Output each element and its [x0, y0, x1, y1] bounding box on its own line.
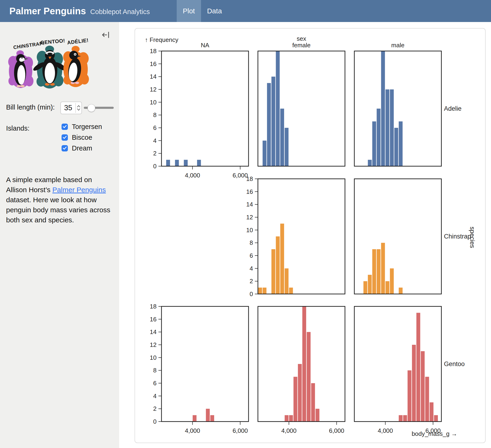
histogram-bar [390, 89, 394, 166]
histogram-bar [430, 402, 434, 421]
histogram-bar [280, 109, 284, 166]
y-tick-label: 14 [150, 73, 157, 80]
histogram-bar [307, 332, 311, 421]
histogram-bar [386, 89, 389, 166]
y-tick-label: 16 [150, 316, 157, 323]
y-tick-label: 0 [153, 418, 157, 425]
x-tick-label: 4,000 [281, 427, 296, 434]
histogram-bar [434, 415, 438, 421]
nav-tabs: Plot Data [177, 0, 228, 22]
bill-length-slider[interactable] [84, 101, 114, 114]
histogram-bar [368, 275, 372, 294]
bill-length-stepper[interactable] [75, 103, 81, 113]
facet-row-label: Gentoo [444, 361, 465, 367]
histogram-bar [399, 415, 403, 421]
histogram-bar [381, 51, 385, 166]
y-tick-label: 14 [246, 201, 253, 208]
histogram-bar [390, 268, 394, 294]
gentoo-penguin-illustration [32, 46, 68, 88]
y-tick-label: 18 [150, 48, 157, 55]
checkbox-row-dream[interactable]: Dream [62, 144, 92, 152]
histogram-bar [421, 351, 425, 421]
collapse-left-icon [102, 31, 110, 38]
histogram-bar [206, 409, 210, 421]
histogram-bar [289, 288, 293, 294]
tab-data[interactable]: Data [201, 0, 228, 22]
histogram-bar [377, 109, 380, 166]
facet-column-label: female [292, 42, 311, 49]
histogram-bar [210, 415, 214, 421]
plot-card: ↑ Frequencybody_mass_g →sexNAfemalemaleA… [135, 28, 486, 443]
description-text: dataset. Here we look at how penguin bod… [6, 196, 110, 224]
histogram-bar [399, 122, 403, 166]
palmer-penguins-link[interactable]: Palmer Penguins [52, 186, 106, 194]
y-tick-label: 4 [250, 265, 253, 272]
y-tick-label: 10 [246, 227, 253, 234]
checkbox-row-biscoe[interactable]: Biscoe [62, 133, 92, 141]
histogram-bar [372, 122, 376, 166]
histogram-bar [298, 364, 302, 421]
histogram-bar [184, 160, 188, 166]
facet-row-label: Chinstrap [444, 233, 471, 240]
x-tick-label: 4,000 [185, 172, 200, 179]
adelie-label: ADÉLIE! [67, 37, 89, 46]
y-tick-label: 2 [250, 278, 253, 285]
histogram-bar [272, 249, 275, 294]
histogram-bar [263, 288, 266, 294]
bill-length-input[interactable] [61, 104, 75, 112]
checkbox-row-torgersen[interactable]: Torgersen [62, 123, 102, 131]
histogram-bar [311, 383, 315, 421]
tab-plot[interactable]: Plot [177, 0, 201, 22]
histogram-bar [302, 306, 306, 421]
checkbox-biscoe[interactable] [62, 134, 68, 141]
checkmark-icon [63, 136, 67, 139]
stepper-down-icon [77, 108, 81, 111]
y-axis-title: ↑ Frequency [145, 36, 178, 43]
bill-length-input-wrap [60, 102, 82, 114]
y-tick-label: 10 [150, 99, 157, 106]
facet-histogram-plot: ↑ Frequencybody_mass_g →sexNAfemalemaleA… [135, 29, 485, 443]
histogram-bar [289, 415, 293, 421]
histogram-bar [197, 160, 201, 166]
x-tick-label: 4,000 [378, 427, 393, 434]
histogram-bar [363, 281, 367, 294]
app-window: Palmer Penguins Cobblepot Analytics Plot… [0, 0, 491, 448]
y-tick-label: 16 [246, 188, 253, 195]
collapse-sidebar-button[interactable] [102, 31, 110, 38]
y-tick-label: 2 [153, 405, 157, 412]
checkbox-torgersen[interactable] [62, 124, 68, 130]
slider-handle[interactable] [87, 104, 95, 112]
histogram-bar [368, 160, 372, 166]
facet-y-field-label: species [469, 227, 476, 248]
histogram-bar [407, 370, 411, 421]
histogram-bar [315, 409, 319, 421]
histogram-bar [280, 224, 284, 294]
histogram-bar [258, 288, 262, 294]
chart-frame [258, 51, 345, 166]
histogram-bar [377, 249, 380, 294]
penguin-artwork: CHINSTRAP! GENTOO! ADÉLIE! [5, 37, 93, 92]
checkbox-dream[interactable] [62, 145, 68, 152]
histogram-bar [284, 268, 288, 294]
app-title: Palmer Penguins [9, 6, 86, 16]
sidebar-description: A simple example based on Allison Horst’… [6, 175, 113, 225]
y-tick-label: 14 [150, 328, 157, 335]
histogram-bar [425, 377, 429, 421]
checkbox-label: Biscoe [72, 134, 92, 141]
x-tick-label: 4,000 [185, 427, 200, 434]
y-tick-label: 6 [153, 380, 157, 387]
chart-frame [258, 179, 345, 294]
y-tick-label: 6 [250, 252, 253, 259]
x-tick-label: 6,000 [329, 427, 344, 434]
histogram-bar [386, 281, 389, 294]
histogram-bar [175, 160, 179, 166]
y-tick-label: 16 [150, 60, 157, 67]
histogram-bar [394, 128, 398, 166]
y-tick-label: 18 [150, 303, 157, 310]
checkmark-icon [63, 146, 67, 150]
y-tick-label: 18 [246, 175, 253, 182]
histogram-bar [403, 415, 407, 421]
histogram-bar [293, 377, 297, 421]
facet-row-label: Adelie [444, 105, 462, 112]
x-tick-label: 6,000 [233, 172, 248, 179]
